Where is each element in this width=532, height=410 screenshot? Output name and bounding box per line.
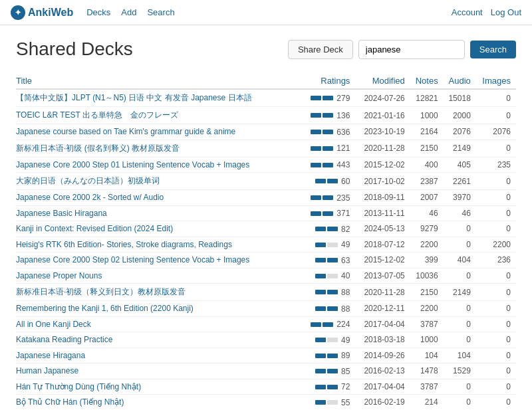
deck-title-link[interactable]: 新标准日本语·初级（释义到日文）教材原版发音 [16, 287, 186, 296]
deck-images-cell: 0 [476, 190, 516, 206]
bar-filled [327, 258, 338, 262]
rating-bar: 85 [315, 367, 350, 376]
deck-rating-cell: 85 [303, 363, 356, 379]
deck-title-link[interactable]: Japanese Core 2000 Step 02 Listening Sen… [16, 255, 249, 264]
deck-audio-cell: 2149 [444, 140, 476, 157]
deck-title-link[interactable]: All in One Kanji Deck [16, 320, 91, 329]
deck-title-link[interactable]: Japanese Basic Hiragana [16, 209, 107, 218]
deck-audio-cell: 0 [444, 237, 476, 253]
deck-title-link[interactable]: Japanese course based on Tae Kim's gramm… [16, 127, 235, 136]
rating-count: 89 [341, 351, 350, 360]
deck-title-link[interactable]: Heisig's RTK 6th Edition- Stories, Strok… [16, 240, 232, 249]
deck-audio-cell: 0 [444, 221, 476, 237]
nav-decks[interactable]: Decks [86, 7, 110, 17]
bar-filled [311, 195, 321, 200]
nav-logout[interactable]: Log Out [491, 7, 521, 17]
bar-filled [327, 385, 338, 389]
col-modified[interactable]: Modified [355, 73, 410, 89]
rating-bar: 60 [315, 177, 350, 186]
search-area: Share Deck Search [288, 40, 516, 59]
deck-title-cell: 新标准日本语·初级（释义到日文）教材原版发音 [16, 284, 303, 301]
rating-count: 88 [341, 304, 350, 314]
deck-title-link[interactable]: TOEIC L&R TEST 出る単特急 金のフレーズ [16, 110, 178, 120]
rating-count: 72 [341, 382, 350, 391]
search-button[interactable]: Search [470, 41, 516, 58]
deck-notes-cell: 2164 [410, 124, 444, 140]
col-ratings[interactable]: Ratings [303, 73, 356, 89]
deck-rating-cell: 443 [303, 157, 356, 173]
rating-count: 636 [336, 128, 350, 137]
deck-audio-cell: 104 [444, 348, 476, 363]
deck-title-link[interactable]: Japanese Hiragana [16, 351, 85, 360]
deck-rating-cell: 121 [303, 140, 356, 157]
deck-images-cell: 235 [476, 157, 516, 173]
deck-modified-cell: 2015-12-02 [355, 157, 410, 173]
rating-count: 121 [336, 144, 350, 153]
deck-audio-cell: 2149 [444, 284, 476, 301]
col-notes[interactable]: Notes [410, 73, 444, 89]
search-input[interactable] [358, 40, 465, 59]
bar-filled [315, 400, 326, 405]
deck-rating-cell: 636 [303, 124, 356, 140]
table-row: Katakana Reading Practice492018-03-18100… [16, 332, 516, 348]
rating-count: 40 [341, 271, 350, 280]
deck-title-link[interactable]: 【简体中文版】JLPT (N1～N5) 日语 中文 有发音 Japanese 日… [16, 93, 252, 102]
deck-modified-cell: 2024-07-26 [355, 89, 410, 107]
deck-title-link[interactable]: Bộ Thủ Chữ Hán (Tiếng Nhật) [16, 397, 124, 407]
rating-count: 279 [336, 94, 350, 103]
deck-title-cell: Human Japanese [16, 363, 303, 379]
deck-modified-cell: 2017-10-02 [355, 173, 410, 190]
deck-modified-cell: 2017-04-04 [355, 316, 410, 332]
bar-filled [315, 369, 326, 373]
rating-bar: 136 [311, 111, 350, 120]
deck-notes-cell: 2150 [410, 140, 444, 157]
deck-title-link[interactable]: 大家的日语（みんなの日本語）初级单词 [16, 176, 160, 185]
deck-audio-cell: 0 [444, 379, 476, 395]
bar-filled [323, 211, 333, 216]
deck-audio-cell: 404 [444, 253, 476, 268]
deck-title-cell: Japanese Proper Nouns [16, 268, 303, 284]
deck-audio-cell: 405 [444, 157, 476, 173]
deck-modified-cell: 2018-07-12 [355, 237, 410, 253]
deck-images-cell: 0 [476, 205, 516, 221]
col-title[interactable]: Title [16, 73, 303, 89]
bar-filled [315, 179, 326, 183]
deck-title-cell: Japanese Core 2000 Step 02 Listening Sen… [16, 253, 303, 268]
nav-search[interactable]: Search [147, 7, 174, 17]
deck-images-cell: 0 [476, 89, 516, 107]
deck-title-link[interactable]: Japanese Proper Nouns [16, 271, 102, 280]
deck-modified-cell: 2017-04-04 [355, 379, 410, 395]
deck-images-cell: 0 [476, 363, 516, 379]
rating-bar: 55 [315, 398, 350, 407]
deck-audio-cell: 1529 [444, 363, 476, 379]
deck-title-link[interactable]: Remembering the Kanji 1, 6th Edition (22… [16, 304, 194, 313]
deck-rating-cell: 63 [303, 253, 356, 268]
deck-title-link[interactable]: Japanese Core 2000 2k - Sorted w/ Audio [16, 193, 164, 202]
deck-images-cell: 2076 [476, 124, 516, 140]
table-row: Remembering the Kanji 1, 6th Edition (22… [16, 301, 516, 317]
col-images[interactable]: Images [476, 73, 516, 89]
deck-rating-cell: 88 [303, 301, 356, 317]
deck-title-link[interactable]: Katakana Reading Practice [16, 335, 112, 344]
share-deck-button[interactable]: Share Deck [288, 40, 353, 59]
bar-filled [315, 306, 326, 311]
deck-images-cell: 0 [476, 316, 516, 332]
bar-filled [311, 96, 321, 100]
bar-filled [315, 258, 326, 262]
deck-title-link[interactable]: 新标准日本语·初级 (假名到释义) 教材原版发音 [16, 144, 180, 153]
table-row: Human Japanese852016-02-13147815290 [16, 363, 516, 379]
deck-title-link[interactable]: Human Japanese [16, 366, 78, 375]
deck-images-cell: 0 [476, 173, 516, 190]
brand-logo[interactable]: ✦ AnkiWeb [11, 5, 73, 20]
table-row: Japanese Core 2000 Step 01 Listening Sen… [16, 157, 516, 173]
rating-bar: 82 [315, 225, 350, 234]
nav-add[interactable]: Add [121, 7, 136, 17]
deck-title-link[interactable]: Japanese Core 2000 Step 01 Listening Sen… [16, 160, 249, 169]
col-audio[interactable]: Audio [444, 73, 476, 89]
nav-account[interactable]: Account [452, 7, 483, 17]
deck-title-link[interactable]: Kanji in Context: Revised Edition (2024 … [16, 224, 173, 233]
deck-title-link[interactable]: Hán Tự Thường Dùng (Tiếng Nhật) [16, 382, 141, 391]
deck-modified-cell: 2023-10-19 [355, 124, 410, 140]
deck-title-cell: Bộ Thủ Chữ Hán (Tiếng Nhật) [16, 395, 303, 411]
deck-images-cell: 0 [476, 284, 516, 301]
